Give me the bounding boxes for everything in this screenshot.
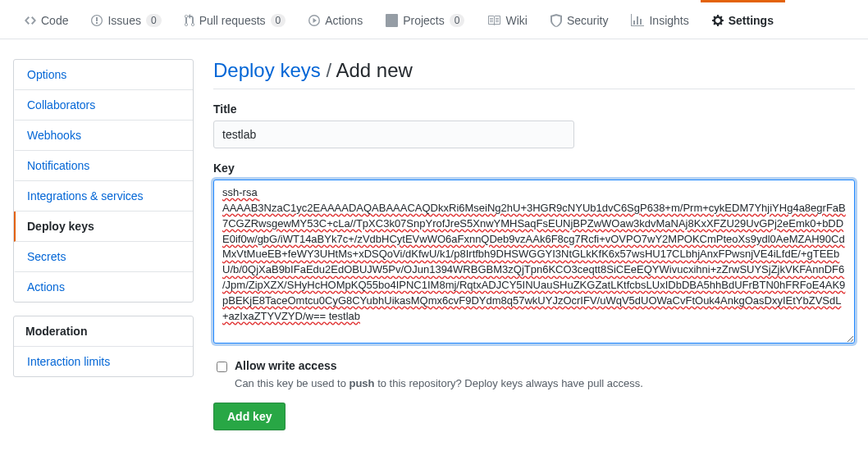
- sidebar-item-label: Webhooks: [27, 129, 81, 142]
- issue-icon: [91, 14, 103, 27]
- key-field-group: Key: [213, 162, 855, 346]
- sidebar-item-label: Integrations & services: [27, 189, 144, 202]
- sidebar-item-integrations[interactable]: Integrations & services: [14, 181, 193, 212]
- nav-projects-label: Projects: [403, 14, 445, 27]
- sidebar-item-label: Deploy keys: [27, 220, 94, 233]
- sidebar-item-actions[interactable]: Actions: [14, 272, 193, 302]
- play-icon: [308, 14, 320, 27]
- moderation-header: Moderation: [14, 316, 193, 347]
- sidebar-item-label: Collaborators: [27, 98, 95, 111]
- nav-settings[interactable]: Settings: [701, 0, 785, 39]
- project-icon: [386, 14, 398, 27]
- nav-wiki-label: Wiki: [505, 14, 527, 27]
- nav-projects-count: 0: [450, 14, 465, 27]
- nav-pulls-label: Pull requests: [199, 14, 266, 27]
- settings-menu: Options Collaborators Webhooks Notificat…: [13, 59, 194, 303]
- code-icon: [25, 14, 36, 27]
- page-title: Deploy keys / Add new: [213, 59, 855, 82]
- book-icon: [487, 14, 500, 27]
- sidebar-item-webhooks[interactable]: Webhooks: [14, 121, 193, 151]
- nav-actions-label: Actions: [325, 14, 363, 27]
- sidebar-item-label: Notifications: [27, 159, 89, 172]
- allow-write-description: Can this key be used to push to this rep…: [235, 377, 643, 389]
- sidebar-item-collaborators[interactable]: Collaborators: [14, 90, 193, 121]
- sidebar-item-label: Interaction limits: [27, 355, 110, 368]
- nav-actions[interactable]: Actions: [297, 0, 374, 39]
- nav-insights-label: Insights: [649, 14, 688, 27]
- pull-request-icon: [185, 14, 194, 27]
- nav-pulls[interactable]: Pull requests 0: [173, 0, 298, 39]
- sidebar-item-secrets[interactable]: Secrets: [14, 242, 193, 272]
- title-field-group: Title: [213, 102, 855, 148]
- key-textarea[interactable]: [213, 180, 855, 344]
- nav-issues[interactable]: Issues 0: [80, 0, 172, 39]
- sidebar-item-deploy-keys[interactable]: Deploy keys: [14, 212, 193, 242]
- allow-write-label[interactable]: Allow write access: [235, 359, 643, 372]
- nav-code-label: Code: [41, 14, 68, 27]
- nav-insights[interactable]: Insights: [619, 0, 700, 39]
- allow-write-group: Allow write access Can this key be used …: [213, 359, 855, 389]
- settings-sidebar: Options Collaborators Webhooks Notificat…: [13, 59, 194, 430]
- nav-issues-count: 0: [146, 14, 162, 27]
- sidebar-item-notifications[interactable]: Notifications: [14, 151, 193, 181]
- title-input[interactable]: [213, 121, 574, 148]
- gear-icon: [712, 14, 724, 27]
- sidebar-item-label: Secrets: [27, 250, 66, 263]
- sidebar-item-label: Options: [27, 68, 66, 81]
- breadcrumb-separator: /: [326, 59, 331, 81]
- sidebar-item-options[interactable]: Options: [14, 60, 193, 90]
- nav-security-label: Security: [567, 14, 609, 27]
- allow-write-checkbox[interactable]: [217, 362, 227, 372]
- shield-icon: [550, 14, 562, 27]
- nav-security[interactable]: Security: [539, 0, 620, 39]
- nav-issues-label: Issues: [107, 14, 140, 27]
- breadcrumb-current: Add new: [336, 59, 412, 81]
- moderation-menu: Moderation Interaction limits: [13, 316, 194, 377]
- graph-icon: [631, 14, 644, 27]
- nav-settings-label: Settings: [729, 14, 774, 27]
- sidebar-item-label: Actions: [27, 280, 65, 293]
- nav-projects[interactable]: Projects 0: [374, 0, 476, 39]
- nav-wiki[interactable]: Wiki: [476, 0, 538, 39]
- repo-nav: Code Issues 0 Pull requests 0 Actions Pr…: [0, 0, 868, 39]
- nav-code[interactable]: Code: [13, 0, 80, 39]
- sidebar-item-interaction-limits[interactable]: Interaction limits: [14, 347, 193, 376]
- add-key-button[interactable]: Add key: [213, 403, 286, 430]
- nav-pulls-count: 0: [271, 14, 286, 27]
- subhead: Deploy keys / Add new: [213, 59, 855, 89]
- title-label: Title: [213, 102, 855, 116]
- key-label: Key: [213, 162, 855, 175]
- main-content: Deploy keys / Add new Title Key Allow wr…: [213, 59, 855, 430]
- breadcrumb-parent: Deploy keys: [213, 59, 321, 81]
